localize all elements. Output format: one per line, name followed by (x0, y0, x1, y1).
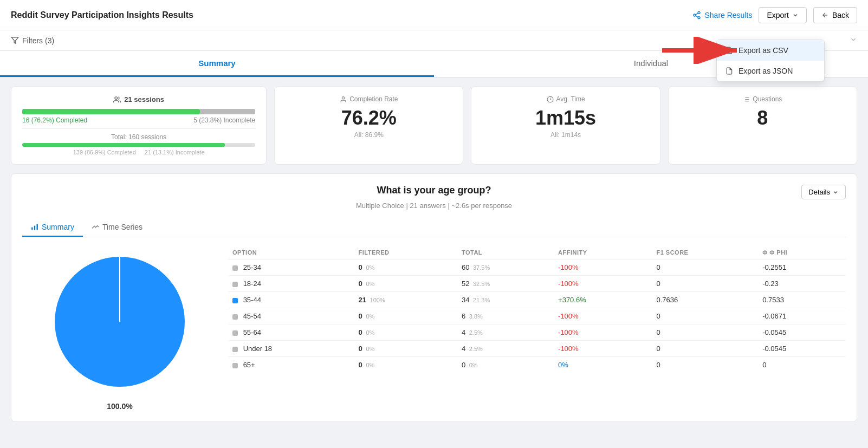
filters-chevron[interactable] (850, 36, 857, 45)
cell-total: 52 32.5% (457, 276, 554, 292)
cell-total: 0 0% (457, 357, 554, 373)
cell-total: 34 21.3% (457, 292, 554, 308)
cell-option: 45-54 (228, 308, 354, 324)
questions-value: 8 (679, 107, 846, 129)
cell-filtered: 21 100% (354, 292, 457, 308)
share-results-button[interactable]: Share Results (692, 11, 752, 20)
sessions-incomplete-label: 5 (23.8%) Incomplete (193, 116, 255, 124)
svg-line-6 (696, 13, 698, 15)
completion-rate-value: 76.2% (286, 107, 452, 129)
option-name: 55-64 (243, 328, 261, 336)
option-color-dot (232, 298, 238, 303)
sub-tab-summary-label: Summary (42, 223, 74, 231)
stats-row: 21 sessions 16 (76.2%) Completed 5 (23.8… (11, 86, 857, 165)
option-name: 45-54 (243, 312, 261, 320)
col-phi: Φ Φ PHI (758, 246, 846, 259)
cell-affinity: -100% (554, 308, 652, 324)
svg-point-2 (698, 11, 700, 14)
export-json-item[interactable]: Export as JSON (717, 61, 824, 81)
cell-total: 6 3.8% (457, 308, 554, 324)
completion-rate-sub: All: 86.9% (286, 131, 452, 139)
avg-time-inner: Avg. Time 1m15s All: 1m14s (482, 95, 649, 139)
cell-phi: -0.0545 (758, 324, 846, 341)
chevron-down-icon (832, 189, 839, 196)
table-header-row: OPTION FILTERED TOTAL AFFINITY F1 SCORE … (228, 246, 846, 259)
cell-f1: 0 (652, 324, 758, 341)
cell-f1: 0 (652, 259, 758, 276)
option-name: 18-24 (243, 280, 261, 288)
question-card: What is your age group? Details Multiple… (11, 173, 857, 422)
option-name: Under 18 (243, 345, 272, 353)
total-completed: 139 (86.9%) Completed (73, 149, 136, 155)
total-label: Total: 160 sessions (22, 133, 255, 141)
filtered-pct: 100% (370, 297, 385, 303)
affinity-value: -100% (558, 328, 579, 336)
cell-phi: -0.0545 (758, 341, 846, 357)
avg-time-card: Avg. Time 1m15s All: 1m14s (471, 86, 660, 165)
cell-f1: 0 (652, 341, 758, 357)
filtered-value: 0 (359, 263, 362, 271)
export-button[interactable]: Export (759, 7, 806, 23)
option-color-dot (232, 265, 238, 271)
table-row: 45-54 0 0% 6 3.8% -100% 0 -0.0671 (228, 308, 846, 324)
question-header: What is your age group? Details (22, 185, 846, 199)
cell-phi: -0.0671 (758, 308, 846, 324)
avg-time-sub: All: 1m14s (482, 131, 649, 139)
cell-affinity: -100% (554, 276, 652, 292)
option-color-dot (232, 347, 238, 352)
chevron-down-icon (850, 36, 857, 43)
avg-time-label: Avg. Time (482, 95, 649, 103)
app-header: Reddit Survey Participation Insights Res… (0, 0, 868, 30)
option-color-dot (232, 363, 238, 368)
sessions-title: 21 sessions (22, 95, 255, 103)
cell-affinity: -100% (554, 324, 652, 341)
cell-f1: 0.7636 (652, 292, 758, 308)
list-icon (743, 96, 750, 103)
cell-f1: 0 (652, 276, 758, 292)
svg-point-10 (342, 96, 344, 99)
svg-line-5 (696, 16, 698, 17)
back-button[interactable]: Back (813, 7, 857, 23)
col-option: OPTION (228, 246, 354, 259)
questions-label: Questions (679, 95, 846, 103)
cell-f1: 0 (652, 308, 758, 324)
filtered-value: 0 (359, 361, 362, 369)
export-csv-item[interactable]: Export as CSV (717, 40, 824, 61)
total-pct: 3.8% (469, 313, 483, 320)
option-name: 25-34 (243, 263, 261, 271)
table-row: 18-24 0 0% 52 32.5% -100% 0 -0.23 (228, 276, 846, 292)
pie-chart (44, 246, 196, 398)
svg-point-9 (115, 96, 118, 99)
filters-label[interactable]: Filters (3) (11, 36, 54, 45)
cell-total: 4 2.5% (457, 341, 554, 357)
details-button[interactable]: Details (801, 185, 846, 199)
header-actions: Share Results Export Back Export as CSV (692, 7, 857, 23)
svg-point-4 (698, 16, 700, 18)
option-color-dot (232, 330, 238, 336)
share-icon (692, 11, 701, 20)
cell-filtered: 0 0% (354, 357, 457, 373)
main-content: 21 sessions 16 (76.2%) Completed 5 (23.8… (0, 77, 868, 439)
total-bar-fill (22, 143, 225, 147)
table-row: 55-64 0 0% 4 2.5% -100% 0 -0.0545 (228, 324, 846, 341)
results-table: OPTION FILTERED TOTAL AFFINITY F1 SCORE … (228, 246, 846, 373)
filtered-value: 0 (359, 328, 362, 336)
cell-total: 4 2.5% (457, 324, 554, 341)
total-pct: 0% (469, 362, 478, 368)
questions-text: Questions (753, 95, 782, 103)
option-color-dot (232, 314, 238, 320)
cell-f1: 0 (652, 357, 758, 373)
sub-tab-timeseries[interactable]: Time Series (83, 218, 151, 237)
sub-tab-summary[interactable]: Summary (22, 218, 83, 237)
tab-summary[interactable]: Summary (0, 51, 434, 77)
filtered-pct: 0% (366, 281, 374, 287)
app-title: Reddit Survey Participation Insights Res… (11, 10, 193, 20)
svg-rect-18 (37, 224, 38, 230)
option-name: 35-44 (243, 296, 261, 304)
cell-phi: -0.2551 (758, 259, 846, 276)
cell-filtered: 0 0% (354, 341, 457, 357)
svg-point-3 (694, 14, 696, 16)
questions-card: Questions 8 (668, 86, 857, 165)
chevron-down-icon (792, 12, 799, 18)
completion-rate-label: Completion Rate (286, 95, 452, 103)
